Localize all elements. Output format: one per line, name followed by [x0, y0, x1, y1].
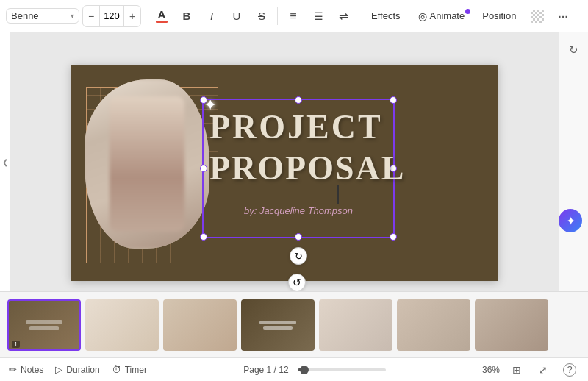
left-sidebar-toggle[interactable]: ❮ [0, 32, 10, 291]
slide-canvas: ✦ PROJECT PROPOSAL by: Jacqueline Thomps… [71, 65, 498, 281]
position-label: Position [482, 10, 516, 21]
byline-text[interactable]: by: Jacqueline Thompson [204, 205, 393, 216]
animate-icon: ◎ [418, 10, 427, 22]
slide-thumb-inner-6 [397, 299, 470, 351]
main-toolbar: Benne ▾ − + A B I U S ≡ ☰ ⇌ Effects [0, 0, 588, 32]
duration-status-item[interactable]: ▷ Duration [55, 364, 99, 375]
status-center-section: Page 1 / 12 [147, 365, 482, 375]
effects-label: Effects [371, 10, 401, 21]
resize-handle-tm[interactable] [295, 96, 302, 104]
slide-thumb-1[interactable]: 1 [7, 299, 81, 351]
underline-icon: U [233, 10, 241, 22]
zoom-level[interactable]: 36% [482, 365, 500, 375]
duration-label: Duration [66, 365, 99, 375]
animate-label: Animate [430, 10, 465, 21]
slide-thumb-2[interactable] [85, 299, 159, 351]
timer-status-item[interactable]: ⏱ Timer [112, 364, 147, 375]
transparency-icon [531, 10, 544, 23]
photo-element[interactable] [85, 79, 209, 249]
underline-button[interactable]: U [226, 5, 248, 27]
notes-status-item[interactable]: ✏ Notes [9, 364, 43, 375]
italic-button[interactable]: I [201, 5, 223, 27]
slide-thumb-7[interactable] [475, 299, 548, 351]
indent-icon: ⇌ [339, 9, 348, 23]
font-family-selector[interactable]: Benne ▾ [6, 8, 79, 24]
resize-handle-bl[interactable] [200, 233, 207, 241]
indent-button[interactable]: ⇌ [332, 5, 354, 27]
refresh-icon: ↻ [569, 43, 578, 57]
font-color-button[interactable]: A [151, 5, 173, 27]
italic-icon: I [210, 10, 213, 22]
canvas-area: ✨ Magic Write ⧉ 🗑 ••• [10, 32, 559, 291]
resize-handle-tr[interactable] [390, 96, 397, 104]
help-icon: ? [563, 363, 576, 377]
position-button[interactable]: Position [475, 7, 523, 24]
reset-icon: ↺ [293, 277, 301, 288]
font-color-a-icon: A [158, 9, 166, 20]
list-icon: ☰ [314, 10, 323, 22]
font-size-control: − + [82, 5, 141, 27]
help-button[interactable]: ? [560, 360, 579, 380]
slide-number-1: 1 [12, 341, 20, 348]
list-button[interactable]: ☰ [307, 5, 329, 27]
refresh-button[interactable]: ↻ [562, 38, 586, 62]
fullscreen-button[interactable]: ⤢ [534, 360, 553, 380]
reset-handle[interactable]: ↺ [288, 274, 306, 291]
slide-thumb-inner-5 [319, 299, 392, 351]
slide-thumb-inner-4 [241, 299, 315, 351]
align-button[interactable]: ≡ [282, 5, 304, 27]
divider-1 [146, 7, 146, 25]
text-cursor [337, 185, 339, 204]
slide-thumb-5[interactable] [319, 299, 392, 351]
magic-assistant-icon: ✦ [566, 214, 576, 228]
resize-handle-ml[interactable] [200, 165, 207, 172]
rotate-icon: ↻ [295, 251, 303, 262]
font-family-name: Benne [11, 10, 68, 21]
proposal-text[interactable]: PROPOSAL [209, 152, 405, 185]
right-panel: ↻ [559, 32, 588, 291]
progress-dot [300, 366, 309, 374]
slide-thumb-4[interactable] [241, 299, 315, 351]
notes-label: Notes [21, 365, 43, 375]
transparency-button[interactable] [526, 5, 548, 27]
main-area: ❮ ✨ Magic Write ⧉ 🗑 ••• [0, 32, 588, 291]
divider-2 [277, 7, 278, 25]
resize-handle-tl[interactable] [200, 96, 207, 104]
resize-handle-bm[interactable] [295, 233, 302, 241]
slide-thumb-inner-3 [163, 299, 237, 351]
text-element-selected[interactable]: PROJECT PROPOSAL by: Jacqueline Thompson… [202, 99, 395, 238]
timer-label: Timer [125, 365, 147, 375]
notes-icon: ✏ [9, 364, 17, 375]
animate-dot-indicator [465, 9, 470, 14]
status-left-section: ✏ Notes ▷ Duration ⏱ Timer [9, 364, 147, 375]
project-text[interactable]: PROJECT [209, 110, 383, 144]
font-size-input[interactable] [99, 6, 124, 26]
slide-thumb-6[interactable] [397, 299, 470, 351]
magic-assistant-button[interactable]: ✦ [559, 209, 582, 232]
photo-inner [85, 79, 209, 249]
animate-button[interactable]: ◎ Animate [411, 7, 473, 25]
strikethrough-icon: S [258, 10, 265, 22]
font-size-decrease-button[interactable]: − [83, 6, 99, 26]
chevron-down-icon: ▾ [71, 12, 74, 20]
slide-thumb-3[interactable] [163, 299, 237, 351]
more-options-button[interactable]: ··· [551, 5, 573, 27]
bold-button[interactable]: B [176, 5, 198, 27]
effects-button[interactable]: Effects [364, 7, 408, 24]
page-info: Page 1 / 12 [243, 365, 288, 375]
strikethrough-button[interactable]: S [251, 5, 273, 27]
filmstrip: 1 [0, 291, 588, 357]
slide-thumb-inner-2 [85, 299, 159, 351]
rotate-handle[interactable]: ↻ [290, 247, 307, 265]
left-arrow-icon: ❮ [2, 158, 8, 166]
font-size-increase-button[interactable]: + [124, 6, 140, 26]
status-right-section: 36% ⊞ ⤢ ? [482, 360, 579, 380]
slide-thumb-inner-7 [475, 299, 548, 351]
fullscreen-icon: ⤢ [539, 364, 548, 376]
resize-handle-br[interactable] [390, 233, 397, 241]
more-options-icon: ··· [558, 7, 568, 24]
duration-icon: ▷ [55, 364, 62, 375]
grid-view-button[interactable]: ⊞ [507, 360, 526, 380]
page-progress-bar[interactable] [298, 368, 386, 371]
timer-icon: ⏱ [112, 364, 121, 375]
